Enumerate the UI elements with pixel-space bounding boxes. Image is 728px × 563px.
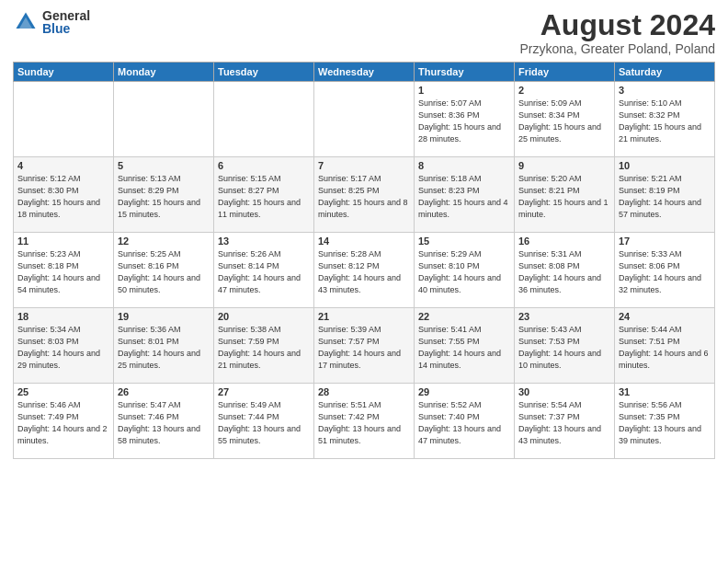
day-info: Sunrise: 5:56 AMSunset: 7:35 PMDaylight:…	[619, 399, 711, 447]
calendar-cell: 6Sunrise: 5:15 AMSunset: 8:27 PMDaylight…	[214, 157, 314, 233]
day-number: 10	[619, 160, 711, 171]
day-info: Sunrise: 5:09 AMSunset: 8:34 PMDaylight:…	[518, 98, 610, 145]
day-info: Sunrise: 5:26 AMSunset: 8:14 PMDaylight:…	[218, 248, 310, 296]
calendar-cell: 1Sunrise: 5:07 AMSunset: 8:36 PMDaylight…	[415, 82, 515, 157]
weekday-header: Thursday	[415, 63, 515, 82]
calendar-week-row: 4Sunrise: 5:12 AMSunset: 8:30 PMDaylight…	[14, 157, 715, 233]
calendar-cell	[14, 82, 114, 157]
day-number: 13	[218, 236, 310, 247]
weekday-header: Sunday	[14, 63, 114, 82]
day-info: Sunrise: 5:18 AMSunset: 8:23 PMDaylight:…	[418, 173, 510, 221]
logo-text: General Blue	[42, 9, 90, 35]
calendar-cell: 16Sunrise: 5:31 AMSunset: 8:08 PMDayligh…	[515, 233, 615, 308]
page: General Blue August 2024 Przykona, Great…	[0, 0, 728, 563]
day-info: Sunrise: 5:43 AMSunset: 7:53 PMDaylight:…	[518, 324, 610, 372]
day-number: 3	[619, 85, 711, 96]
day-number: 20	[218, 311, 310, 322]
day-info: Sunrise: 5:31 AMSunset: 8:08 PMDaylight:…	[518, 248, 610, 296]
logo-blue-text: Blue	[42, 22, 90, 35]
day-number: 22	[418, 311, 510, 322]
calendar-header-row: SundayMondayTuesdayWednesdayThursdayFrid…	[14, 63, 715, 82]
day-number: 23	[518, 311, 610, 322]
calendar-cell	[214, 82, 314, 157]
day-info: Sunrise: 5:28 AMSunset: 8:12 PMDaylight:…	[318, 248, 410, 296]
calendar-cell: 22Sunrise: 5:41 AMSunset: 7:55 PMDayligh…	[415, 308, 515, 384]
main-title: August 2024	[520, 9, 715, 41]
weekday-header: Saturday	[615, 63, 715, 82]
day-info: Sunrise: 5:51 AMSunset: 7:42 PMDaylight:…	[318, 399, 410, 447]
calendar-cell: 13Sunrise: 5:26 AMSunset: 8:14 PMDayligh…	[214, 233, 314, 308]
calendar-cell: 8Sunrise: 5:18 AMSunset: 8:23 PMDaylight…	[415, 157, 515, 233]
day-info: Sunrise: 5:13 AMSunset: 8:29 PMDaylight:…	[118, 173, 210, 221]
day-info: Sunrise: 5:39 AMSunset: 7:57 PMDaylight:…	[318, 324, 410, 372]
day-number: 7	[318, 160, 410, 171]
day-info: Sunrise: 5:36 AMSunset: 8:01 PMDaylight:…	[118, 324, 210, 372]
calendar-cell: 2Sunrise: 5:09 AMSunset: 8:34 PMDaylight…	[515, 82, 615, 157]
title-block: August 2024 Przykona, Greater Poland, Po…	[520, 9, 715, 56]
calendar-cell: 20Sunrise: 5:38 AMSunset: 7:59 PMDayligh…	[214, 308, 314, 384]
day-number: 6	[218, 160, 310, 171]
calendar-cell: 24Sunrise: 5:44 AMSunset: 7:51 PMDayligh…	[615, 308, 715, 384]
day-number: 29	[418, 386, 510, 397]
day-number: 25	[17, 386, 109, 397]
calendar-cell: 17Sunrise: 5:33 AMSunset: 8:06 PMDayligh…	[615, 233, 715, 308]
logo: General Blue	[13, 9, 90, 35]
day-info: Sunrise: 5:29 AMSunset: 8:10 PMDaylight:…	[418, 248, 510, 296]
calendar-week-row: 11Sunrise: 5:23 AMSunset: 8:18 PMDayligh…	[14, 233, 715, 308]
day-number: 2	[518, 85, 610, 96]
calendar-cell: 18Sunrise: 5:34 AMSunset: 8:03 PMDayligh…	[14, 308, 114, 384]
day-info: Sunrise: 5:07 AMSunset: 8:36 PMDaylight:…	[418, 98, 510, 145]
calendar-cell: 29Sunrise: 5:52 AMSunset: 7:40 PMDayligh…	[415, 384, 515, 459]
day-info: Sunrise: 5:49 AMSunset: 7:44 PMDaylight:…	[218, 399, 310, 447]
calendar-week-row: 25Sunrise: 5:46 AMSunset: 7:49 PMDayligh…	[14, 384, 715, 459]
calendar-week-row: 18Sunrise: 5:34 AMSunset: 8:03 PMDayligh…	[14, 308, 715, 384]
day-number: 31	[619, 386, 711, 397]
day-info: Sunrise: 5:52 AMSunset: 7:40 PMDaylight:…	[418, 399, 510, 447]
calendar-cell: 12Sunrise: 5:25 AMSunset: 8:16 PMDayligh…	[114, 233, 214, 308]
calendar-cell: 10Sunrise: 5:21 AMSunset: 8:19 PMDayligh…	[615, 157, 715, 233]
calendar-cell: 27Sunrise: 5:49 AMSunset: 7:44 PMDayligh…	[214, 384, 314, 459]
day-info: Sunrise: 5:47 AMSunset: 7:46 PMDaylight:…	[118, 399, 210, 447]
day-number: 11	[17, 236, 109, 247]
calendar-table: SundayMondayTuesdayWednesdayThursdayFrid…	[13, 62, 715, 459]
day-number: 18	[17, 311, 109, 322]
day-info: Sunrise: 5:12 AMSunset: 8:30 PMDaylight:…	[17, 173, 109, 221]
calendar-cell: 14Sunrise: 5:28 AMSunset: 8:12 PMDayligh…	[314, 233, 415, 308]
day-number: 4	[17, 160, 109, 171]
calendar-cell: 21Sunrise: 5:39 AMSunset: 7:57 PMDayligh…	[314, 308, 415, 384]
day-number: 30	[518, 386, 610, 397]
day-number: 21	[318, 311, 410, 322]
day-info: Sunrise: 5:15 AMSunset: 8:27 PMDaylight:…	[218, 173, 310, 221]
day-number: 19	[118, 311, 210, 322]
day-number: 8	[418, 160, 510, 171]
calendar-cell: 26Sunrise: 5:47 AMSunset: 7:46 PMDayligh…	[114, 384, 214, 459]
logo-icon	[13, 9, 39, 35]
day-number: 9	[518, 160, 610, 171]
day-number: 26	[118, 386, 210, 397]
calendar-cell: 4Sunrise: 5:12 AMSunset: 8:30 PMDaylight…	[14, 157, 114, 233]
calendar-cell: 9Sunrise: 5:20 AMSunset: 8:21 PMDaylight…	[515, 157, 615, 233]
calendar-cell: 23Sunrise: 5:43 AMSunset: 7:53 PMDayligh…	[515, 308, 615, 384]
calendar-cell: 7Sunrise: 5:17 AMSunset: 8:25 PMDaylight…	[314, 157, 415, 233]
day-number: 27	[218, 386, 310, 397]
day-info: Sunrise: 5:21 AMSunset: 8:19 PMDaylight:…	[619, 173, 711, 221]
subtitle: Przykona, Greater Poland, Poland	[520, 41, 715, 56]
weekday-header: Wednesday	[314, 63, 415, 82]
day-info: Sunrise: 5:33 AMSunset: 8:06 PMDaylight:…	[619, 248, 711, 296]
logo-general-text: General	[42, 9, 90, 22]
day-info: Sunrise: 5:44 AMSunset: 7:51 PMDaylight:…	[619, 324, 711, 372]
day-number: 17	[619, 236, 711, 247]
weekday-header: Tuesday	[214, 63, 314, 82]
calendar-cell: 25Sunrise: 5:46 AMSunset: 7:49 PMDayligh…	[14, 384, 114, 459]
calendar-week-row: 1Sunrise: 5:07 AMSunset: 8:36 PMDaylight…	[14, 82, 715, 157]
day-number: 15	[418, 236, 510, 247]
day-info: Sunrise: 5:25 AMSunset: 8:16 PMDaylight:…	[118, 248, 210, 296]
calendar-cell: 19Sunrise: 5:36 AMSunset: 8:01 PMDayligh…	[114, 308, 214, 384]
day-info: Sunrise: 5:20 AMSunset: 8:21 PMDaylight:…	[518, 173, 610, 221]
day-number: 5	[118, 160, 210, 171]
weekday-header: Friday	[515, 63, 615, 82]
day-info: Sunrise: 5:41 AMSunset: 7:55 PMDaylight:…	[418, 324, 510, 372]
calendar-cell: 30Sunrise: 5:54 AMSunset: 7:37 PMDayligh…	[515, 384, 615, 459]
calendar-cell: 31Sunrise: 5:56 AMSunset: 7:35 PMDayligh…	[615, 384, 715, 459]
weekday-header: Monday	[114, 63, 214, 82]
